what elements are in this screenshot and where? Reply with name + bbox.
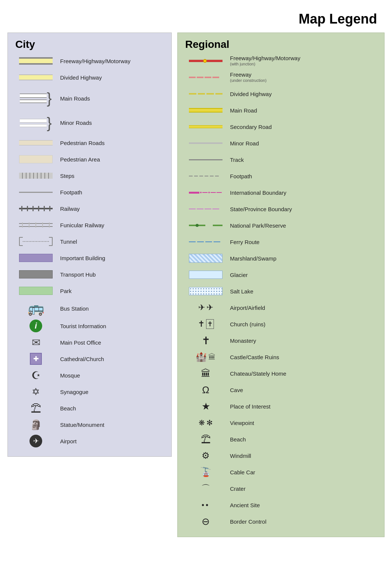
reg-place-interest-label: Place of Interest — [226, 403, 270, 410]
list-item: Footpath — [15, 185, 164, 199]
footpath-label: Footpath — [56, 189, 82, 195]
funicular-label: Funicular Railway — [56, 222, 104, 228]
list-item: •• Ancient Site — [185, 498, 377, 512]
main-roads-label: Main Roads — [56, 95, 90, 102]
reg-beach-label: Beach — [226, 436, 246, 443]
reg-intl-boundary-icon — [185, 192, 226, 194]
pedestrian-area-label: Pedestrian Area — [56, 156, 100, 163]
reg-freeway-label: Freeway/Highway/Motorway (with junction) — [226, 55, 300, 67]
railway-label: Railway — [56, 206, 80, 212]
reg-secondary-icon — [185, 125, 226, 128]
reg-track-icon — [185, 159, 226, 160]
reg-marshland-icon — [185, 254, 226, 263]
reg-border-control-label: Border Control — [226, 518, 267, 525]
reg-castle-label: Castle/Castle Ruins — [226, 354, 279, 360]
list-item: Marshland/Swamp — [185, 252, 377, 265]
list-item: 🚡 Cable Car — [185, 465, 377, 479]
list-item: Footpath — [185, 169, 377, 183]
page-title: Map Legend — [7, 11, 377, 27]
pedestrian-roads-icon — [15, 140, 56, 145]
reg-minor-icon — [185, 142, 226, 144]
post-office-label: Main Post Office — [56, 339, 101, 346]
reg-windmill-icon: ⚙ — [185, 450, 226, 461]
list-item: Divided Highway — [15, 71, 164, 84]
list-item: ✝✝ Church (ruins) — [185, 317, 377, 331]
reg-footpath-icon — [185, 176, 226, 176]
list-item: 🗿 Statue/Monument — [15, 418, 164, 431]
important-building-icon — [15, 254, 56, 262]
reg-airport-label: Airport/Airfield — [226, 305, 265, 311]
list-item: State/Province Boundary — [185, 202, 377, 216]
freeway-label: Freeway/Highway/Motorway — [56, 58, 130, 64]
list-item: National Park/Reserve — [185, 219, 377, 232]
city-beach-icon: ⛱ — [15, 402, 56, 415]
list-item: ✡ Synagogue — [15, 385, 164, 398]
tunnel-label: Tunnel — [56, 238, 77, 245]
reg-chateau-icon: 🏛 — [185, 368, 226, 379]
list-item: Main Road — [185, 104, 377, 117]
city-airport-label: Airport — [56, 438, 77, 444]
reg-track-label: Track — [226, 157, 244, 163]
reg-church-label: Church (ruins) — [226, 321, 265, 327]
transport-hub-label: Transport Hub — [56, 271, 96, 278]
bus-station-icon: 🚌 — [15, 301, 56, 316]
reg-ferry-icon — [185, 241, 226, 242]
list-item: Secondary Road — [185, 120, 377, 133]
reg-divided-label: Divided Highway — [226, 91, 272, 97]
pedestrian-roads-label: Pedestrian Roads — [56, 140, 105, 146]
cathedral-icon: ✚ — [15, 353, 56, 365]
reg-border-control-icon: ⊖ — [185, 516, 226, 527]
list-item: Important Building — [15, 251, 164, 265]
reg-minor-label: Minor Road — [226, 140, 259, 147]
regional-heading: Regional — [185, 38, 377, 50]
list-item: ✈✈ Airport/Airfield — [185, 301, 377, 314]
reg-viewpoint-label: Viewpoint — [226, 420, 254, 426]
reg-ancient-site-icon: •• — [185, 501, 226, 509]
list-item: Track — [185, 153, 377, 166]
tourist-info-icon: i — [15, 320, 56, 332]
city-airport-icon: ✈ — [15, 435, 56, 447]
list-item: Transport Hub — [15, 268, 164, 281]
synagogue-label: Synagogue — [56, 389, 88, 395]
list-item: ☪ Mosque — [15, 369, 164, 382]
steps-icon — [15, 173, 56, 179]
reg-airport-icon: ✈✈ — [185, 303, 226, 312]
list-item: ✈ Airport — [15, 434, 164, 448]
mosque-label: Mosque — [56, 372, 80, 379]
city-column: City Freeway/Highway/Motorway Divided Hi… — [7, 33, 172, 457]
list-item: Freeway (under construction) — [185, 71, 377, 84]
minor-roads-brace: } — [47, 115, 52, 130]
important-building-label: Important Building — [56, 255, 105, 261]
list-item: Funicular Railway — [15, 218, 164, 232]
list-item: ✉ Main Post Office — [15, 336, 164, 349]
reg-cable-car-icon: 🚡 — [185, 467, 226, 477]
bus-station-label: Bus Station — [56, 305, 89, 312]
reg-crater-icon: ⌒ — [185, 483, 226, 495]
cathedral-label: Cathedral/Church — [56, 356, 104, 362]
reg-secondary-label: Secondary Road — [226, 124, 272, 130]
list-item: 🚌 Bus Station — [15, 301, 164, 316]
list-item: Park — [15, 284, 164, 298]
reg-windmill-label: Windmill — [226, 453, 251, 459]
list-item: ⊖ Border Control — [185, 515, 377, 528]
title-bar: Map Legend — [7, 7, 385, 33]
reg-marshland-label: Marshland/Swamp — [226, 255, 276, 262]
list-item: ★ Place of Interest — [185, 400, 377, 413]
reg-national-park-label: National Park/Reserve — [226, 222, 286, 229]
list-item: ⛱ Beach — [185, 432, 377, 446]
funicular-icon — [15, 222, 56, 228]
reg-salt-lake-label: Salt Lake — [226, 288, 253, 295]
reg-viewpoint-icon: ❋✻ — [185, 418, 226, 427]
list-item: Ferry Route — [185, 235, 377, 249]
reg-divided-icon — [185, 93, 226, 95]
post-office-icon: ✉ — [15, 336, 56, 349]
pedestrian-area-icon — [15, 155, 56, 163]
reg-cave-icon: Ω — [185, 384, 226, 396]
mosque-icon: ☪ — [15, 369, 56, 382]
reg-ancient-site-label: Ancient Site — [226, 502, 260, 508]
reg-national-park-icon — [185, 222, 226, 228]
list-item: ⌒ Crater — [185, 482, 377, 495]
reg-state-boundary-label: State/Province Boundary — [226, 206, 292, 212]
tourist-info-label: Tourist Information — [56, 323, 106, 329]
minor-roads-label: Minor Roads — [56, 120, 92, 126]
